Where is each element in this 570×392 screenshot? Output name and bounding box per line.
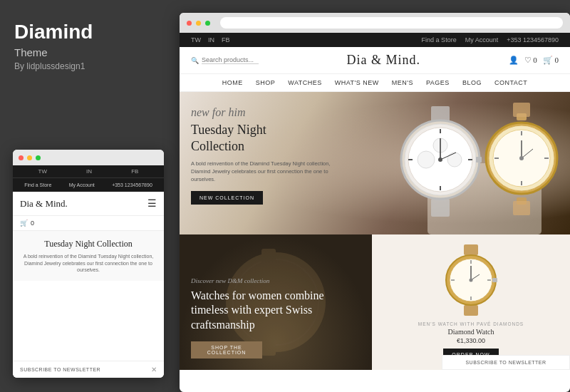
mobile-social-in[interactable]: IN [86,168,92,175]
user-icon[interactable]: 👤 [509,56,519,65]
hero-title: Tuesday Night Collection [191,122,319,155]
nav-pages[interactable]: PAGES [426,79,450,86]
nav-watches[interactable]: WATCHES [288,79,322,86]
bottom-left-title: Watches for women combine timeless with … [191,289,333,333]
svg-point-47 [470,278,473,282]
hero-section: new for him Tuesday Night Collection A b… [180,92,570,234]
hero-watch-svg [370,92,563,234]
product-tag: MEN'S WATCH WITH PAVÉ DIAMONDS [418,321,524,326]
theme-title: Diamind [14,21,162,43]
browser-dot-red [187,21,192,26]
svg-rect-48 [492,278,497,282]
search-bar: 🔍 [191,56,259,64]
mobile-preview: TW IN FB Find a Store My Account +353 12… [13,150,164,378]
hamburger-icon[interactable]: ☰ [147,197,157,210]
subscribe-overlay: SUBSCRIBE TO NEWSLETTER [442,355,570,370]
svg-rect-22 [513,201,530,215]
mobile-content: Tuesday Night Collection A bold reinvent… [13,231,164,281]
mobile-topbar: TW IN FB [13,165,164,177]
mobile-cart-count: 0 [31,220,34,227]
nav-shop[interactable]: SHOP [256,79,276,86]
site-header: 🔍 Dia & Mind. 👤 ♡ 0 🛒 0 [180,47,570,74]
svg-point-32 [519,156,524,160]
browser-url-bar[interactable] [220,17,563,29]
mobile-subscribe-text: SUBSCRIBE TO NEWSLETTER [20,367,100,372]
browser-dot-yellow [196,21,201,26]
site-logo: Dia & Mind. [347,53,421,68]
subscribe-label: SUBSCRIBE TO NEWSLETTER [465,360,546,365]
svg-rect-21 [513,103,530,117]
dot-red [19,155,24,160]
svg-rect-35 [261,249,276,270]
my-account-link[interactable]: My Account [465,36,499,43]
browser-window: TW IN FB Find a Store My Account +353 12… [180,13,570,392]
mobile-subscribe-bar: SUBSCRIBE TO NEWSLETTER ✕ [13,361,164,378]
mobile-collection-title: Tuesday Night Collection [20,238,157,250]
hero-watch [370,92,570,234]
mobile-close-button[interactable]: ✕ [151,366,157,373]
svg-point-10 [447,153,462,167]
social-tw[interactable]: TW [191,36,201,43]
social-in[interactable]: IN [208,36,214,43]
product-price: €1,330.00 [457,337,485,344]
social-fb[interactable]: FB [222,36,230,43]
mobile-find-store[interactable]: Find a Store [24,182,51,188]
site-topbar: TW IN FB Find a Store My Account +353 12… [180,33,570,47]
svg-point-8 [418,151,435,168]
site-nav: HOME SHOP WATCHES WHAT'S NEW MEN'S PAGES… [180,74,570,92]
dot-yellow [27,155,32,160]
mobile-social-fb[interactable]: FB [131,168,138,175]
bottom-sections: Discover new D&M collection Watches for … [180,234,570,370]
cart-icon[interactable]: 🛒 0 [543,56,559,65]
nav-whats-new[interactable]: WHAT'S NEW [335,79,379,86]
theme-author: By lidplussdesign1 [14,61,162,71]
search-input[interactable] [202,56,259,64]
site-topbar-right: Find a Store My Account +353 1234567890 [422,36,559,43]
product-watch-svg [442,244,499,316]
search-icon: 🔍 [191,57,199,64]
svg-rect-4 [431,199,450,217]
wishlist-icon[interactable]: ♡ 0 [524,56,537,65]
mobile-collection-text: A bold reinvention of the Diamind Tuesda… [20,253,157,274]
svg-rect-36 [261,334,276,356]
hero-cursive: new for him [191,106,333,119]
mobile-cart-bar: 🛒 0 [13,216,164,231]
find-store-link[interactable]: Find a Store [422,36,457,43]
nav-blog[interactable]: BLOG [462,79,482,86]
product-name: Diamond Watch [448,328,494,336]
header-icons: 👤 ♡ 0 🛒 0 [509,56,559,65]
mobile-header-links: Find a Store My Account +353 1234567890 [13,177,164,192]
hero-description: A bold reinvention of the Diamind Tuesda… [191,160,333,184]
mobile-browser-bar [13,150,164,165]
hero-text: new for him Tuesday Night Collection A b… [191,106,333,205]
cart-icon[interactable]: 🛒 [20,220,28,227]
bottom-right-product: MEN'S WATCH WITH PAVÉ DIAMONDS Diamond W… [372,234,570,370]
shop-collection-button[interactable]: SHOP THE COLLECTION [191,341,262,359]
mobile-phone[interactable]: +353 1234567890 [112,182,152,188]
svg-rect-38 [464,305,478,316]
nav-home[interactable]: HOME [222,79,243,86]
browser-chrome [180,13,570,33]
bottom-left-promo: Discover new D&M collection Watches for … [180,234,372,370]
left-panel: Diamind Theme By lidplussdesign1 TW IN F… [0,0,177,392]
mobile-social-tw[interactable]: TW [38,168,47,175]
nav-mens[interactable]: MEN'S [392,79,413,86]
dot-green [36,155,41,160]
mobile-logo: Dia & Mind. [20,198,68,210]
hero-cta-button[interactable]: NEW COLLECTION [191,191,263,205]
browser-dot-green [205,21,210,26]
mobile-my-account[interactable]: My Account [69,182,95,188]
svg-rect-37 [464,244,478,255]
svg-point-17 [438,158,442,162]
svg-rect-18 [476,157,482,163]
theme-subtitle: Theme [14,46,162,58]
nav-contact[interactable]: CONTACT [494,79,527,86]
bottom-left-discover: Discover new D&M collection [191,277,361,284]
site-topbar-left: TW IN FB [191,36,230,43]
phone-link[interactable]: +353 1234567890 [507,36,559,43]
mobile-logo-bar: Dia & Mind. ☰ [13,192,164,216]
